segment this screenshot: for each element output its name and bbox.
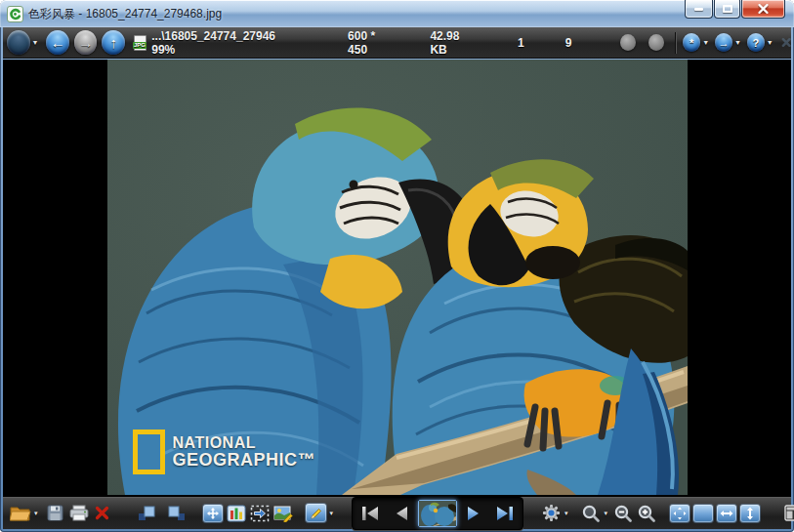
crop-select-button[interactable] [248,501,272,526]
zoom-out-icon [613,504,633,523]
go-icon: → [719,37,730,49]
forward-icon: → [78,34,93,51]
annotate-button[interactable] [305,501,328,526]
pencil-edit-icon [306,504,326,522]
last-icon [495,505,515,522]
zoom-in-icon [637,504,656,523]
fit-width-button[interactable] [715,501,738,526]
forward-button[interactable]: → [74,30,98,55]
rotate-right-button[interactable] [165,501,188,526]
image-editor-button[interactable] [272,501,295,526]
crop-selection-icon [250,505,270,522]
magnifier-icon [581,504,601,523]
open-folder-icon [10,505,31,521]
help-button[interactable]: ? [747,33,765,52]
file-path-zoom-label: ...\16805_24774_27946 99% [151,29,293,57]
previous-icon [394,505,409,522]
save-floppy-icon [47,505,63,521]
navigation-strip [352,497,523,530]
maximize-button[interactable] [714,0,740,19]
watermark-line2: GEOGRAPHIC™ [173,451,316,469]
pan-tool-button[interactable] [201,501,225,526]
browser-layout-button[interactable] [782,501,794,526]
go-caret-icon[interactable]: ▼ [734,39,741,46]
image-dimensions-label: 600 * 450 [348,29,395,57]
next-image-button[interactable] [459,501,488,526]
annotate-caret-icon[interactable]: ▾ [330,510,334,517]
back-button[interactable]: ← [46,30,69,55]
browser-layout-icon [784,505,794,521]
zoom-tool-caret-icon[interactable]: ▾ [605,510,608,517]
app-logo-icon [7,6,23,22]
settings-button[interactable] [539,501,563,526]
image-canvas[interactable]: NATIONAL GEOGRAPHIC™ [3,60,791,496]
minimize-icon [694,8,703,11]
last-image-button[interactable] [490,501,520,526]
actual-size-icon [693,505,713,522]
first-image-button[interactable] [355,501,385,526]
maximize-icon [723,5,732,13]
favorites-caret-icon[interactable]: ▼ [702,39,709,46]
help-icon: ? [752,37,759,49]
hide-toolbar-icon[interactable] [781,37,791,48]
open-file-button[interactable] [9,501,32,526]
settings-caret-icon[interactable]: ▾ [564,510,568,517]
app-window: 色彩风暴 - 16805_24774_279468.jpg ▼ ← → ↑ JP… [0,0,794,532]
title-bar[interactable]: 色彩风暴 - 16805_24774_279468.jpg [0,0,794,27]
minimize-button[interactable] [685,0,713,19]
top-toolbar: ▼ ← → ↑ JPG ...\16805_24774_27946 99% 60… [3,27,791,59]
first-icon [360,505,380,522]
status-dot-right[interactable] [648,34,664,51]
previous-image-button[interactable] [387,501,416,526]
gear-icon [542,504,561,522]
delete-button[interactable] [91,501,114,526]
current-image-thumbnail[interactable] [418,500,457,527]
delete-x-icon [95,506,109,520]
pan-move-icon [203,505,223,522]
rotate-left-icon [138,505,156,521]
print-button[interactable] [67,501,91,526]
printer-icon [69,505,89,521]
help-caret-icon[interactable]: ▼ [767,39,773,46]
histogram-icon [227,505,246,522]
fit-height-button[interactable] [738,501,762,526]
ng-yellow-frame-icon [133,430,165,474]
favorites-icon: * [690,37,693,49]
image-edit-icon [273,505,293,522]
file-size-label: 42.98 KB [430,29,477,57]
zoom-tool-button[interactable] [579,501,603,526]
image-count-label: 9 [565,36,572,50]
favorites-button[interactable]: * [683,33,700,52]
jpg-file-icon: JPG [134,35,146,51]
fit-height-icon [740,505,760,522]
zoom-out-button[interactable] [611,501,635,526]
window-controls [684,0,785,19]
recent-files-caret-icon[interactable]: ▼ [32,39,39,46]
status-dot-left[interactable] [620,34,636,51]
save-button[interactable] [44,501,67,526]
close-button[interactable] [741,0,785,19]
back-icon: ← [51,34,65,51]
up-icon: ↑ [109,34,117,51]
next-icon [466,505,481,522]
histogram-button[interactable] [225,501,248,526]
national-geographic-watermark: NATIONAL GEOGRAPHIC™ [133,430,316,474]
bottom-toolbar: ▾ [3,496,791,529]
fit-window-icon [670,505,690,522]
rotate-right-icon [167,505,186,521]
thumbnail-image [419,501,456,526]
open-caret-icon[interactable]: ▾ [34,510,38,517]
image-index-label: 1 [518,36,524,50]
actual-size-button[interactable] [691,501,715,526]
go-button[interactable]: → [715,33,732,52]
recent-files-button[interactable] [7,30,30,55]
fit-width-icon [717,505,736,522]
zoom-in-button[interactable] [635,501,658,526]
up-folder-button[interactable]: ↑ [102,30,125,55]
close-icon [758,4,769,14]
rotate-left-button[interactable] [136,501,159,526]
window-title: 色彩风暴 - 16805_24774_279468.jpg [28,6,222,22]
watermark-line1: NATIONAL [173,435,316,451]
fit-window-button[interactable] [668,501,691,526]
